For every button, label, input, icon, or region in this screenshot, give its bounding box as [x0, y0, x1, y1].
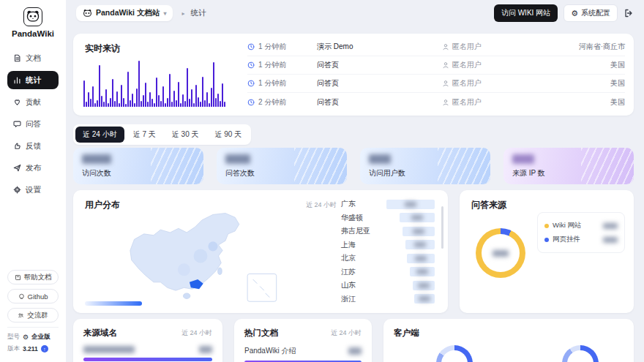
realtime-title: 实时来访: [85, 42, 120, 55]
visit-row[interactable]: 1 分钟前 问答页 匿名用户 美国: [247, 56, 625, 75]
stripes-decor: [581, 148, 634, 184]
stat-card-ips: 来源 IP 数: [503, 148, 634, 184]
sidebar-item-settings[interactable]: 设置: [7, 181, 59, 199]
system-config-button[interactable]: ⚙ 系统配置: [564, 4, 618, 22]
region-row[interactable]: 江苏: [341, 265, 435, 279]
region-bar: [386, 200, 435, 209]
china-map[interactable]: [91, 208, 310, 304]
visit-page: 问答页: [317, 97, 442, 108]
visit-user: 匿名用户: [452, 97, 482, 108]
app-logo: PandaWiki: [0, 0, 66, 39]
community-button[interactable]: 交流群: [7, 308, 59, 323]
region-row[interactable]: 山东: [341, 279, 435, 293]
client-donut-center: [441, 350, 468, 362]
client-donut-chart-2[interactable]: [562, 345, 599, 362]
clock-icon: [247, 80, 255, 87]
region-bar: [414, 294, 435, 303]
region-bar: [402, 227, 435, 236]
gear-icon: [13, 186, 21, 194]
domain-redacted: [83, 346, 135, 353]
heart-icon: [13, 98, 21, 106]
legend-dot-wiki: [544, 224, 549, 228]
workspace-selector[interactable]: PandaWiki 文档站 ▾: [76, 5, 173, 21]
visit-user: 匿名用户: [452, 78, 482, 88]
source-domain-title: 来源域名: [83, 328, 117, 339]
tab-90d[interactable]: 近 90 天: [208, 127, 250, 143]
visit-row[interactable]: 2 分钟前 问答页 匿名用户 美国: [247, 93, 625, 111]
sidebar-item-contrib[interactable]: 贡献: [7, 93, 59, 111]
sidebar-item-feedback[interactable]: 反馈: [7, 137, 59, 155]
user-distribution-range: 近 24 小时: [306, 200, 337, 210]
sidebar-item-label: 文档: [26, 53, 41, 64]
hot-docs-item[interactable]: PandaWiki 介绍: [234, 339, 372, 361]
region-list: 广东 华盛顿 弗吉尼亚 上海 北京 江苏 山东 浙江: [341, 197, 435, 306]
legend-value-redacted: [603, 223, 618, 229]
topbar-actions: 访问 WIKI 网站 ⚙ 系统配置: [494, 4, 634, 22]
sidebar-item-stats[interactable]: 统计: [7, 71, 59, 89]
stat-card-users: 访问用户数: [360, 148, 490, 184]
update-icon[interactable]: ↑: [41, 345, 48, 352]
time-range-tabs: 近 24 小时 近 7 天 近 30 天 近 90 天: [73, 124, 251, 145]
stat-label: 问答次数: [225, 168, 255, 178]
hot-docs-card: 热门文档 近 24 小时 PandaWiki 介绍: [234, 319, 372, 362]
visit-row[interactable]: 1 分钟前 问答页 匿名用户 美国: [247, 75, 625, 93]
source-domain-item[interactable]: [73, 339, 222, 358]
breadcrumb-arrow-icon: ▸: [181, 10, 184, 17]
legend-row[interactable]: 网页挂件: [544, 233, 618, 246]
sidebar-item-qa[interactable]: 问答: [7, 115, 59, 133]
paper-plane-icon: [13, 164, 21, 172]
region-row[interactable]: 北京: [341, 252, 435, 265]
visit-row[interactable]: 1 分钟前 演示 Demo 匿名用户 河南省·商丘市: [247, 38, 625, 56]
logout-icon[interactable]: [624, 8, 634, 18]
tab-24h[interactable]: 近 24 小时: [75, 127, 124, 143]
region-row[interactable]: 广东: [341, 197, 435, 211]
region-row[interactable]: 弗吉尼亚: [341, 225, 435, 238]
user-icon: [442, 80, 449, 87]
sidebar-item-publish[interactable]: 发布: [7, 159, 59, 177]
thumbs-up-icon: [13, 142, 21, 150]
breadcrumb: 统计: [190, 8, 206, 18]
region-bar: [400, 213, 435, 222]
region-bar: [413, 281, 435, 290]
visit-user: 匿名用户: [452, 42, 482, 52]
user-icon: [442, 43, 449, 50]
region-name: 浙江: [341, 294, 356, 304]
visit-time: 1 分钟前: [258, 42, 286, 52]
region-row[interactable]: 上海: [341, 238, 435, 252]
map-color-scale: [85, 301, 142, 306]
region-name: 华盛顿: [341, 213, 363, 223]
chevron-down-icon: ▾: [163, 10, 166, 17]
panda-mini-icon: [83, 9, 92, 18]
chat-bubble-icon: [13, 120, 21, 128]
pandawiki-dashboard: PandaWiki 文档 统计 贡献 问答 反馈: [0, 0, 644, 362]
stat-label: 访问用户数: [369, 168, 405, 178]
region-name: 北京: [341, 253, 356, 263]
visit-page: 问答页: [317, 78, 442, 88]
realtime-visits-card: 实时来访 1 分钟前 演示 Demo 匿名用户 河南省·商丘市 1 分钟前 问答…: [73, 34, 634, 116]
region-row[interactable]: 华盛顿: [341, 211, 435, 225]
help-docs-button[interactable]: 帮助文档: [7, 270, 59, 284]
book-icon: [15, 274, 21, 281]
client-donut-chart-1[interactable]: [436, 345, 473, 362]
region-list-scrollbar[interactable]: [441, 206, 443, 249]
stripes-decor: [438, 148, 490, 184]
client-card: 客户端: [383, 319, 634, 362]
realtime-visit-list: 1 分钟前 演示 Demo 匿名用户 河南省·商丘市 1 分钟前 问答页 匿名用…: [247, 38, 625, 111]
sidebar-item-docs[interactable]: 文档: [7, 49, 59, 67]
sidebar-item-label: 问答: [26, 119, 41, 129]
stripes-decor: [294, 148, 347, 184]
legend-label: 网页挂件: [553, 235, 580, 244]
panda-logo-icon: [23, 7, 42, 26]
realtime-bar-chart: [83, 59, 236, 107]
version-label: 版本: [7, 344, 20, 353]
region-row[interactable]: 浙江: [341, 293, 435, 306]
visit-wiki-button[interactable]: 访问 WIKI 网站: [494, 4, 558, 22]
github-button[interactable]: Github: [7, 289, 59, 303]
model-value: 企业版: [31, 333, 50, 342]
tab-30d[interactable]: 近 30 天: [165, 127, 206, 143]
region-name: 弗吉尼亚: [341, 226, 370, 236]
tab-7d[interactable]: 近 7 天: [126, 127, 163, 143]
qa-donut-chart[interactable]: [476, 228, 525, 278]
legend-row[interactable]: Wiki 网站: [544, 219, 618, 233]
qa-donut-center: [482, 234, 520, 272]
